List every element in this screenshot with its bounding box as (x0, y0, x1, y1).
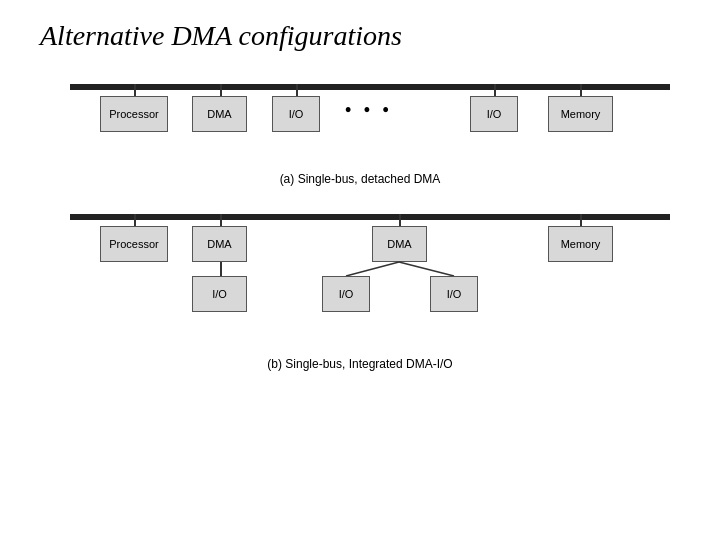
box-dma1-b: DMA (192, 226, 247, 262)
diagram-b: Processor DMA I/O DMA I/O I/O (40, 196, 680, 371)
connector-io2-a (494, 84, 496, 96)
connector-processor-b (134, 214, 136, 226)
box-io-right-dma2-b: I/O (430, 276, 478, 312)
caption-a: (a) Single-bus, detached DMA (40, 172, 680, 186)
connector-dma1-b (220, 214, 222, 226)
box-memory-a: Memory (548, 96, 613, 132)
page: Alternative DMA configurations Processor… (0, 0, 720, 540)
box-dma2-b: DMA (372, 226, 427, 262)
box-io1-a: I/O (272, 96, 320, 132)
svg-line-0 (346, 262, 399, 276)
connector-dma1-io-b (220, 262, 222, 276)
box-memory-b: Memory (548, 226, 613, 262)
connector-memory-a (580, 84, 582, 96)
connector-dma-a (220, 84, 222, 96)
box-io-dma1-b: I/O (192, 276, 247, 312)
connector-processor-a (134, 84, 136, 96)
diagram-a: Processor DMA I/O • • • I/O Memory (a) S… (40, 66, 680, 186)
connector-dma2-b (399, 214, 401, 226)
box-io-left-dma2-b: I/O (322, 276, 370, 312)
box-processor-a: Processor (100, 96, 168, 132)
dots-a: • • • (345, 100, 393, 121)
caption-b: (b) Single-bus, Integrated DMA-I/O (40, 357, 680, 371)
box-io2-a: I/O (470, 96, 518, 132)
page-title: Alternative DMA configurations (40, 20, 680, 52)
svg-line-1 (399, 262, 454, 276)
connector-io1-a (296, 84, 298, 96)
box-dma-a: DMA (192, 96, 247, 132)
box-processor-b: Processor (100, 226, 168, 262)
connector-memory-b (580, 214, 582, 226)
